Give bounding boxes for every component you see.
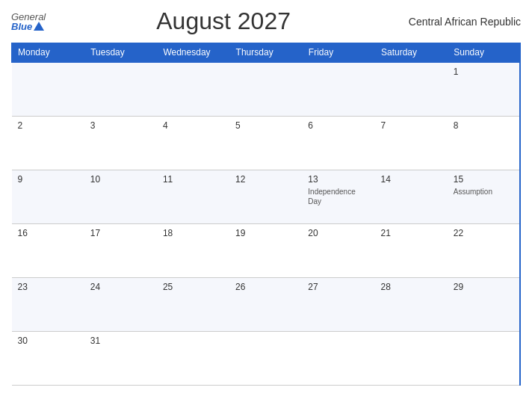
week-row-1: 1 xyxy=(12,62,521,116)
day-number: 25 xyxy=(163,282,223,292)
day-number: 10 xyxy=(90,174,151,185)
cell-week1-day4 xyxy=(229,62,302,116)
header-friday: Friday xyxy=(302,43,374,63)
day-number: 9 xyxy=(18,174,78,185)
day-number: 13 xyxy=(308,174,368,185)
day-number: 6 xyxy=(308,120,368,131)
cell-week6-day1: 30 xyxy=(12,331,84,385)
cell-week5-day4: 26 xyxy=(229,277,302,331)
calendar-grid: Monday Tuesday Wednesday Thursday Friday… xyxy=(11,43,521,386)
cell-week2-day7: 8 xyxy=(448,116,520,170)
day-number: 8 xyxy=(454,120,513,131)
day-number: 30 xyxy=(18,336,78,346)
cell-week2-day2: 3 xyxy=(84,116,157,170)
cell-week5-day2: 24 xyxy=(84,277,157,331)
logo-general-text: General xyxy=(11,12,46,22)
cell-week2-day6: 7 xyxy=(375,116,448,170)
cell-week3-day7: 15Assumption xyxy=(448,170,520,223)
cell-week3-day3: 11 xyxy=(157,170,229,223)
cell-week2-day5: 6 xyxy=(302,116,374,170)
header-sunday: Sunday xyxy=(448,43,520,63)
week-row-3: 910111213Independence Day1415Assumption xyxy=(12,170,521,223)
weekday-header-row: Monday Tuesday Wednesday Thursday Friday… xyxy=(12,43,521,63)
cell-week3-day4: 12 xyxy=(229,170,302,223)
day-number: 28 xyxy=(381,282,442,292)
header-thursday: Thursday xyxy=(229,43,302,63)
day-number: 17 xyxy=(90,228,151,238)
cell-week4-day4: 19 xyxy=(229,223,302,277)
event-label: Independence Day xyxy=(308,187,368,206)
cell-week3-day5: 13Independence Day xyxy=(302,170,374,223)
cell-week3-day2: 10 xyxy=(84,170,157,223)
cell-week6-day6 xyxy=(375,331,448,385)
header-saturday: Saturday xyxy=(375,43,448,63)
day-number: 26 xyxy=(235,282,296,292)
cell-week4-day5: 20 xyxy=(302,223,374,277)
cell-week6-day7 xyxy=(448,331,520,385)
day-number: 24 xyxy=(90,282,151,292)
header-wednesday: Wednesday xyxy=(157,43,229,63)
week-row-2: 2345678 xyxy=(12,116,521,170)
cell-week6-day3 xyxy=(157,331,229,385)
cell-week6-day2: 31 xyxy=(84,331,157,385)
cell-week1-day5 xyxy=(302,62,374,116)
logo: General Blue xyxy=(11,12,46,31)
cell-week6-day5 xyxy=(302,331,374,385)
cell-week4-day2: 17 xyxy=(84,223,157,277)
cell-week1-day1 xyxy=(12,62,84,116)
cell-week2-day1: 2 xyxy=(12,116,84,170)
cell-week4-day6: 21 xyxy=(375,223,448,277)
cell-week1-day2 xyxy=(84,62,157,116)
cell-week5-day7: 29 xyxy=(448,277,520,331)
day-number: 1 xyxy=(454,67,513,77)
header-monday: Monday xyxy=(12,43,84,63)
header-tuesday: Tuesday xyxy=(84,43,157,63)
calendar-header: General Blue August 2027 Central African… xyxy=(11,7,521,35)
day-number: 12 xyxy=(235,174,296,185)
day-number: 22 xyxy=(454,228,513,238)
day-number: 18 xyxy=(163,228,223,238)
day-number: 5 xyxy=(235,120,296,131)
day-number: 20 xyxy=(308,228,368,238)
day-number: 14 xyxy=(381,174,442,185)
cell-week3-day6: 14 xyxy=(375,170,448,223)
day-number: 7 xyxy=(381,120,442,131)
day-number: 21 xyxy=(381,228,442,238)
event-label: Assumption xyxy=(454,187,513,197)
cell-week1-day6 xyxy=(375,62,448,116)
calendar-container: General Blue August 2027 Central African… xyxy=(0,0,532,411)
day-number: 3 xyxy=(90,120,151,131)
cell-week1-day7: 1 xyxy=(448,62,520,116)
day-number: 2 xyxy=(18,120,78,131)
day-number: 27 xyxy=(308,282,368,292)
day-number: 4 xyxy=(163,120,223,131)
day-number: 16 xyxy=(18,228,78,238)
logo-triangle-icon xyxy=(34,22,44,31)
cell-week5-day6: 28 xyxy=(375,277,448,331)
day-number: 19 xyxy=(235,228,296,238)
day-number: 29 xyxy=(454,282,513,292)
cell-week5-day5: 27 xyxy=(302,277,374,331)
cell-week5-day1: 23 xyxy=(12,277,84,331)
cell-week2-day4: 5 xyxy=(229,116,302,170)
day-number: 31 xyxy=(90,336,151,346)
cell-week2-day3: 4 xyxy=(157,116,229,170)
logo-blue-text: Blue xyxy=(11,22,32,31)
month-title: August 2027 xyxy=(46,7,401,35)
country-name: Central African Republic xyxy=(401,16,521,28)
cell-week4-day1: 16 xyxy=(12,223,84,277)
cell-week4-day3: 18 xyxy=(157,223,229,277)
day-number: 11 xyxy=(163,174,223,185)
cell-week3-day1: 9 xyxy=(12,170,84,223)
day-number: 15 xyxy=(454,174,513,185)
week-row-4: 16171819202122 xyxy=(12,223,521,277)
cell-week5-day3: 25 xyxy=(157,277,229,331)
day-number: 23 xyxy=(18,282,78,292)
cell-week1-day3 xyxy=(157,62,229,116)
week-row-5: 23242526272829 xyxy=(12,277,521,331)
cell-week4-day7: 22 xyxy=(448,223,520,277)
cell-week6-day4 xyxy=(229,331,302,385)
week-row-6: 3031 xyxy=(12,331,521,385)
